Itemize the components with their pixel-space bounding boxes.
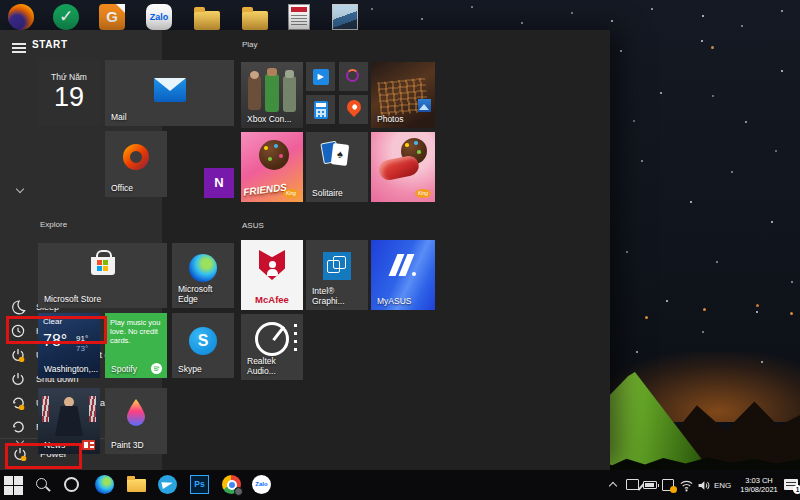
folder-icon[interactable] (242, 11, 268, 30)
weather-low: 73° (76, 344, 88, 353)
group-label-explore: Explore (40, 220, 67, 229)
wifi-icon[interactable] (679, 479, 694, 492)
start-button[interactable] (4, 475, 24, 495)
tile-label: Office (111, 183, 133, 193)
tile-photos[interactable]: Photos (371, 62, 435, 128)
paint3d-drop-icon (124, 398, 148, 428)
update-status-icon[interactable] (662, 479, 674, 491)
calculator-icon (314, 101, 328, 119)
zalo-taskbar-icon[interactable]: Zalo (252, 475, 271, 494)
tile-label: Mail (111, 112, 127, 122)
hibernate-highlight-box (6, 316, 107, 344)
tile-myasus[interactable]: MyASUS (371, 240, 435, 310)
tile-microsoft-store[interactable]: Microsoft Store (38, 243, 167, 308)
search-icon[interactable] (34, 478, 54, 498)
chrome-icon[interactable] (222, 475, 241, 494)
tile-calendar[interactable]: Thứ Năm 19 (38, 60, 100, 126)
news-app-badge (82, 440, 95, 450)
tile-onenote[interactable]: N (204, 168, 234, 198)
tile-label: Microsoft Edge (178, 284, 234, 304)
g-document-icon[interactable]: G (99, 4, 125, 30)
restart-icon (10, 419, 26, 435)
telegram-icon[interactable] (158, 475, 177, 494)
card-spade: ♠ (331, 143, 349, 166)
office-icon (122, 143, 150, 171)
movies-tv-icon: ▶ (313, 69, 329, 85)
tile-intel-graphics[interactable]: Intel® Graphi... (306, 240, 368, 310)
photo-thumbnail-icon[interactable] (332, 4, 358, 30)
tray-date: 19/08/2021 (735, 486, 783, 495)
tile-movies-tv[interactable]: ▶ (306, 62, 335, 91)
edge-taskbar-icon[interactable] (95, 475, 114, 494)
tile-realtek-audio[interactable]: Realtek Audio... (241, 314, 303, 380)
photos-app-icon (418, 99, 431, 112)
xbox-avatar (265, 74, 279, 112)
tile-mail[interactable]: Mail (105, 60, 234, 126)
folder-icon[interactable] (194, 11, 220, 30)
tile-office[interactable]: Office (105, 131, 167, 197)
chevron-down-icon[interactable] (16, 186, 24, 194)
tile-candy-crush-saga[interactable]: King (371, 132, 435, 202)
tile-groove-music[interactable] (339, 62, 368, 91)
xbox-avatar (283, 76, 296, 112)
tile-xbox-console[interactable]: Xbox Con... (241, 62, 303, 128)
tile-label: Microsoft Store (44, 294, 101, 304)
hamburger-menu-icon[interactable] (12, 43, 26, 53)
spotify-promo-text: Play music you love. No credit cards. (110, 318, 162, 345)
king-logo: King (415, 189, 431, 198)
intel-graphics-icon (323, 252, 351, 280)
clock[interactable]: 3:03 CH 19/08/2021 (735, 477, 783, 494)
power-update-icon (10, 347, 26, 363)
groove-music-icon (346, 69, 359, 82)
weather-location: Washington,... (44, 364, 98, 374)
battery-icon[interactable] (643, 481, 657, 489)
spotify-logo-icon (151, 363, 162, 374)
speaker-portrait (55, 406, 83, 436)
action-center-icon[interactable]: 1 (784, 479, 798, 490)
tile-solitaire[interactable]: ♠ Solitaire (306, 132, 368, 202)
tile-label: Realtek Audio... (247, 356, 303, 376)
group-label-play: Play (242, 40, 258, 49)
speaker-icon[interactable] (697, 479, 711, 492)
xbox-avatar-head (285, 70, 294, 78)
power-icon (10, 371, 26, 387)
tile-label: Intel® Graphi... (312, 286, 368, 306)
cortana-icon[interactable] (64, 477, 79, 492)
xbox-avatar-head (250, 71, 259, 79)
screen: ✓ G Zalo START Sleep Hibernate (0, 0, 800, 500)
zalo-desktop-icon[interactable]: Zalo (146, 4, 172, 30)
red-jelly-candy (377, 154, 420, 182)
speaker-portrait (64, 397, 74, 407)
device-pen-icon[interactable] (626, 479, 639, 490)
mcafee-shield-icon (259, 250, 285, 280)
tile-spotify[interactable]: Play music you love. No credit cards. Sp… (105, 313, 167, 378)
file-explorer-icon[interactable] (127, 479, 146, 492)
tile-maps[interactable] (339, 95, 368, 124)
candy-ball (259, 140, 289, 170)
document-thumbnail-icon[interactable] (288, 4, 310, 30)
firefox-icon[interactable] (8, 4, 34, 30)
tile-skype[interactable]: S Skype (172, 313, 234, 378)
myasus-logo-dot (412, 272, 416, 276)
tile-calculator[interactable] (306, 95, 335, 124)
tray-overflow-chevron-icon[interactable] (610, 481, 617, 488)
taskbar: Ps Zalo ENG 3:03 CH 19/08/2021 1 (0, 470, 800, 500)
skype-icon: S (189, 327, 217, 355)
mail-icon (154, 78, 186, 102)
tile-paint3d[interactable]: Paint 3D (105, 388, 167, 454)
tile-label: Paint 3D (111, 440, 144, 450)
green-check-icon[interactable]: ✓ (53, 4, 79, 30)
group-label-asus: ASUS (242, 221, 264, 230)
tile-microsoft-edge[interactable]: Microsoft Edge (172, 243, 234, 308)
calendar-weekday: Thứ Năm (38, 72, 100, 82)
photoshop-icon[interactable]: Ps (190, 475, 209, 494)
tile-mcafee[interactable]: McAfee (241, 240, 303, 310)
store-bag-icon (91, 257, 115, 275)
language-indicator[interactable]: ENG (714, 481, 731, 490)
tile-candy-crush-friends[interactable]: FRIENDS King (241, 132, 303, 202)
calendar-day: 19 (38, 82, 100, 113)
edge-icon (189, 254, 217, 282)
orange-stars-layer (0, 0, 3, 3)
tile-label: Spotify (111, 364, 137, 374)
realtek-gauge-icon (255, 322, 289, 356)
